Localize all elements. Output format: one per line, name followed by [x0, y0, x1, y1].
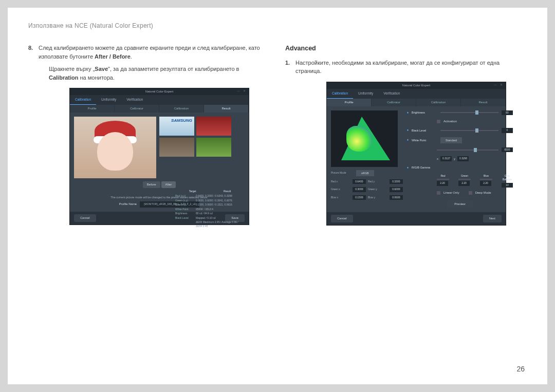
next-button[interactable]: Next [483, 215, 502, 222]
app-window-1: Natural Color Expert — ✕ Calibration Uni… [69, 88, 249, 225]
text: Щракнете върху „ [49, 66, 95, 72]
thumbnail[interactable] [196, 138, 231, 157]
redy-input[interactable]: 0.3300 [390, 179, 403, 184]
white-point-label: White Point [412, 138, 437, 142]
result-content: SAMSUNG Target [70, 113, 249, 212]
app-window-2: Natural Color Expert — ✕ Calibration Uni… [326, 82, 506, 226]
bullet-icon: ♦ [407, 110, 409, 115]
thumbnail-grid: SAMSUNG [159, 117, 231, 178]
controls-panel: ♦ Brightness 80 Activation ♦ [407, 110, 513, 209]
white-point-slider[interactable] [437, 150, 498, 151]
right-column: Advanced 1. Настройките, необходими за к… [285, 44, 527, 226]
bold-save: Save [95, 66, 108, 72]
titlebar: Natural Color Expert — ✕ [70, 88, 249, 95]
white-x[interactable]: 0.3127 [440, 156, 452, 161]
illustration [97, 132, 133, 171]
thumbnail[interactable]: SAMSUNG [159, 117, 194, 136]
cancel-button[interactable]: Cancel [331, 215, 353, 222]
page-number: 26 [516, 365, 525, 373]
preview-button[interactable]: Preview [447, 200, 472, 208]
bold-after-before: After / Before [95, 53, 131, 60]
red-gamma-slider[interactable] [437, 179, 449, 180]
sub-paragraph: Щракнете върху „Save", за да запаметите … [49, 65, 270, 82]
black-value[interactable]: 0 [502, 128, 513, 133]
item-number: 1. [285, 59, 292, 76]
main-tabs: Calibration Uniformity Verification [327, 89, 506, 99]
blux-input[interactable]: 0.1500 [353, 195, 366, 200]
blue-gamma[interactable]: 2.20 [480, 181, 491, 186]
col-result: Result [224, 190, 231, 194]
window-buttons[interactable]: — ✕ [494, 83, 504, 87]
green-gamma-slider[interactable] [458, 179, 471, 180]
main-tabs: Calibration Uniformity Verification [70, 95, 249, 105]
subtab-calibrator[interactable]: Calibrator [115, 105, 159, 113]
white-y[interactable]: 0.3290 [457, 156, 469, 161]
sub-tabs: Profile Calibrator Calibration Result [327, 99, 506, 106]
before-button[interactable]: Before [143, 181, 160, 188]
redx-input[interactable]: 0.6400 [353, 179, 366, 184]
subtab-result[interactable]: Result [461, 99, 506, 106]
subtab-calibration[interactable]: Calibration [416, 99, 461, 106]
bluy-input[interactable]: 0.0600 [390, 195, 403, 200]
white-point-select[interactable]: Standard [440, 137, 462, 143]
text: ", за да запаметите резултата от калибри… [108, 66, 239, 72]
profile-label: Profile Name [119, 202, 137, 207]
brightness-slider[interactable] [440, 112, 498, 113]
left-column: 8. След калибрирането можете да сравните… [28, 44, 270, 226]
thumbnail[interactable] [196, 117, 231, 136]
preview-row: SAMSUNG [74, 117, 245, 178]
grnx-input[interactable]: 0.3000 [353, 187, 366, 192]
bullet-icon: ♦ [407, 128, 409, 133]
brightness-value[interactable]: 80 [502, 110, 513, 116]
after-button[interactable]: After [161, 181, 176, 188]
main-preview-image [74, 117, 156, 178]
manual-page: Използване на NCE (Natural Color Expert)… [8, 8, 547, 384]
subtab-profile[interactable]: Profile [327, 99, 372, 106]
subtab-profile[interactable]: Profile [70, 105, 115, 113]
screenshot-result: Natural Color Expert — ✕ Calibration Uni… [69, 88, 270, 225]
linear-checkbox[interactable] [437, 191, 440, 195]
thumbnail[interactable] [159, 138, 194, 157]
chromaticity-inputs: Red x0.6400Red y0.3300 Green x0.3000Gree… [331, 179, 403, 200]
subtab-result[interactable]: Result [204, 105, 249, 113]
cie-gamut-chart [331, 110, 398, 167]
bullet-icon: ♦ [407, 165, 409, 170]
picture-mode-select[interactable]: sRGB [356, 170, 374, 176]
grny-input[interactable]: 0.6000 [390, 187, 403, 192]
red-gamma[interactable]: 2.20 [437, 181, 448, 186]
activation-checkbox[interactable] [437, 120, 440, 123]
green-gamma[interactable]: 2.20 [458, 181, 470, 186]
activation-label: Activation [443, 119, 457, 124]
brightness-label: Brightness [412, 110, 437, 115]
subtab-calibration[interactable]: Calibration [159, 105, 204, 113]
section-advanced: Advanced [285, 44, 527, 53]
tab-calibration[interactable]: Calibration [327, 89, 353, 99]
list-item-1: 1. Настройките, необходими за калибриран… [285, 59, 527, 76]
app-footer: Cancel Next [327, 212, 506, 225]
gray-balance[interactable]: 10 [502, 183, 513, 188]
item-number: 8. [28, 44, 35, 82]
titlebar: Natural Color Expert — ✕ [327, 82, 506, 89]
black-level-slider[interactable] [440, 130, 498, 131]
tab-verification[interactable]: Verification [378, 89, 405, 99]
deep-checkbox[interactable] [469, 191, 472, 195]
text: на монитора. [78, 74, 115, 81]
bullet-icon: ♦ [407, 138, 409, 142]
window-buttons[interactable]: — ✕ [237, 89, 247, 94]
result-data-table: Target Result Red (x,y)0.6400, 0.3300 / … [175, 190, 245, 229]
subtab-calibrator[interactable]: Calibrator [372, 99, 416, 106]
tab-uniformity[interactable]: Uniformity [353, 89, 378, 99]
tab-verification[interactable]: Verification [121, 95, 148, 105]
text: След калибрирането можете да сравните ек… [39, 45, 260, 60]
tab-uniformity[interactable]: Uniformity [96, 95, 121, 105]
app-title: Natural Color Expert [402, 84, 430, 87]
white-value[interactable]: 6500 [502, 147, 513, 153]
gamut-panel: Picture Mode sRGB Red x0.6400Red y0.3300… [331, 110, 403, 209]
tab-calibration[interactable]: Calibration [70, 95, 96, 105]
rgb-gamma-label: R/G/B Gamma [412, 165, 437, 170]
col-target: Target [189, 190, 196, 194]
samsung-logo: SAMSUNG [159, 117, 194, 125]
blue-gamma-slider[interactable] [480, 179, 492, 180]
text: . [131, 53, 132, 60]
cancel-button[interactable]: Cancel [74, 214, 96, 222]
